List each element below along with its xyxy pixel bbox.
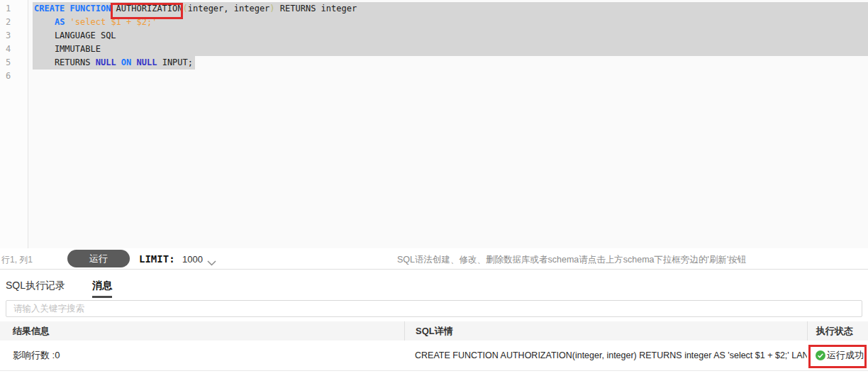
code-line-3: LANGUAGE SQL <box>29 29 868 43</box>
header-sql-detail: SQL详情 <box>404 321 807 341</box>
run-button[interactable]: 运行 <box>67 250 130 267</box>
limit-value[interactable]: 1000 <box>182 254 203 265</box>
returns-clause: RETURNS integer <box>275 4 357 13</box>
line-number: 5 <box>0 56 28 70</box>
editor-gutter: 1 2 3 4 5 6 <box>0 0 28 248</box>
search-input[interactable] <box>6 300 862 317</box>
line-number: 1 <box>0 2 28 16</box>
function-params: integer, integer <box>188 4 270 13</box>
tab-messages[interactable]: 消息 <box>92 280 112 298</box>
sql-editor[interactable]: 1 2 3 4 5 6 CREATE FUNCTION AUTHORIZATIO… <box>0 0 868 248</box>
cell-result-info: 影响行数 :0 <box>0 349 404 362</box>
cell-sql-detail: CREATE FUNCTION AUTHORIZATION(integer, i… <box>404 350 807 360</box>
line-number: 2 <box>0 16 28 29</box>
selected-text: RETURNS NULL ON NULL INPUT; <box>33 56 195 70</box>
code-line-6 <box>29 70 868 83</box>
limit-label: LIMIT: <box>139 253 175 265</box>
schema-refresh-hint: SQL语法创建、修改、删除数据库或者schema请点击上方schema下拉框旁边… <box>397 254 746 266</box>
sql-keyword: AS <box>55 17 65 27</box>
sql-keyword: CREATE FUNCTION <box>34 4 116 13</box>
sql-null-keyword: NULL <box>137 57 157 67</box>
annotation-box-authorization <box>111 3 183 19</box>
chevron-down-icon[interactable] <box>207 256 216 269</box>
annotation-box-run-success <box>808 345 867 368</box>
sql-keyword: ON <box>121 57 131 67</box>
header-result-info: 结果信息 <box>0 321 404 341</box>
sql-null-keyword: NULL <box>96 57 116 67</box>
cursor-position: 行1, 列1 <box>1 254 33 266</box>
code-line-4: IMMUTABLE <box>29 43 868 56</box>
tab-sql-execution-records[interactable]: SQL执行记录 <box>6 280 65 292</box>
table-row: 影响行数 :0 CREATE FUNCTION AUTHORIZATION(in… <box>0 341 868 371</box>
line-number: 3 <box>0 29 28 43</box>
open-paren: ( <box>183 4 188 13</box>
close-paren: ) <box>269 4 274 13</box>
header-execution-status: 执行状态 <box>807 321 868 341</box>
editor-toolbar: 行1, 列1 运行 LIMIT: 1000 SQL语法创建、修改、删除数据库或者… <box>0 248 868 270</box>
results-table-header: 结果信息 SQL详情 执行状态 <box>0 321 868 341</box>
sql-console-screen: 1 2 3 4 5 6 CREATE FUNCTION AUTHORIZATIO… <box>0 0 868 376</box>
code-line-5: RETURNS NULL ON NULL INPUT; <box>29 56 868 70</box>
line-number: 6 <box>0 70 28 83</box>
line-number: 4 <box>0 43 28 56</box>
